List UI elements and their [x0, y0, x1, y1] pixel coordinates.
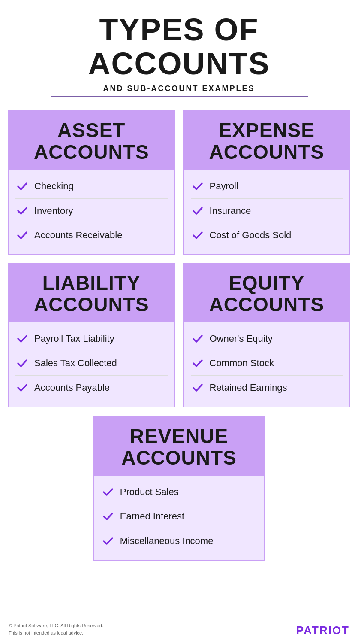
account-name: Earned Interest [120, 511, 184, 522]
list-item: Product Sales [101, 480, 257, 504]
account-name: Product Sales [120, 486, 179, 498]
list-item: Insurance [191, 199, 343, 223]
account-name: Payroll [210, 181, 238, 192]
card-expense: EXPENSEACCOUNTS Payroll Insurance Cost o… [183, 110, 351, 255]
account-name: Accounts Receivable [34, 230, 122, 241]
revenue-wrapper: REVENUEACCOUNTS Product Sales Earned Int… [90, 416, 269, 569]
card-header-equity: EQUITYACCOUNTS [184, 264, 350, 322]
account-name: Miscellaneous Income [120, 535, 214, 547]
checkmark-icon [191, 204, 205, 218]
footer-brand: PATRIOT [296, 624, 349, 637]
subtitle: AND SUB-ACCOUNT EXAMPLES [103, 84, 255, 93]
card-title-asset: ASSETACCOUNTS [15, 119, 168, 163]
accounts-grid: ASSETACCOUNTS Checking Inventory Account… [0, 101, 358, 416]
list-item: Miscellaneous Income [101, 529, 257, 553]
list-item: Checking [15, 174, 168, 199]
main-title: TYPES OF ACCOUNTS [9, 13, 349, 81]
card-body-liability: Payroll Tax Liability Sales Tax Collecte… [9, 322, 174, 407]
account-name: Cost of Goods Sold [210, 230, 292, 241]
account-name: Owner's Equity [210, 333, 273, 344]
list-item: Accounts Payable [15, 376, 168, 400]
footer: © Patriot Software, LLC. All Rights Rese… [0, 615, 358, 644]
checkmark-icon [15, 179, 29, 193]
account-name: Common Stock [210, 358, 274, 369]
list-item: Payroll Tax Liability [15, 327, 168, 351]
list-item: Accounts Receivable [15, 223, 168, 247]
list-item: Earned Interest [101, 504, 257, 529]
list-item: Owner's Equity [191, 327, 343, 351]
checkmark-icon [191, 356, 205, 370]
list-item: Common Stock [191, 351, 343, 376]
checkmark-icon [15, 204, 29, 218]
checkmark-icon [15, 228, 29, 242]
checkmark-icon [191, 179, 205, 193]
checkmark-icon [15, 356, 29, 370]
checkmark-icon [191, 332, 205, 346]
page-wrapper: TYPES OF ACCOUNTS AND SUB-ACCOUNT EXAMPL… [0, 0, 358, 644]
card-equity: EQUITYACCOUNTS Owner's Equity Common Sto… [183, 263, 351, 407]
checkmark-icon [191, 228, 205, 242]
card-header-liability: LIABILITYACCOUNTS [9, 264, 174, 322]
list-item: Inventory [15, 199, 168, 223]
card-body-expense: Payroll Insurance Cost of Goods Sold [184, 170, 350, 254]
subtitle-wrapper: AND SUB-ACCOUNT EXAMPLES [9, 84, 349, 97]
list-item: Retained Earnings [191, 376, 343, 400]
list-item: Sales Tax Collected [15, 351, 168, 376]
footer-copyright: © Patriot Software, LLC. All Rights Rese… [9, 622, 103, 637]
card-title-expense: EXPENSEACCOUNTS [191, 119, 343, 163]
card-liability: LIABILITYACCOUNTS Payroll Tax Liability … [8, 263, 175, 407]
checkmark-icon [15, 332, 29, 346]
account-name: Accounts Payable [34, 382, 110, 393]
header: TYPES OF ACCOUNTS AND SUB-ACCOUNT EXAMPL… [0, 0, 358, 101]
card-title-liability: LIABILITYACCOUNTS [15, 272, 168, 316]
card-header-asset: ASSETACCOUNTS [9, 111, 174, 170]
card-header-expense: EXPENSEACCOUNTS [184, 111, 350, 170]
card-header-revenue: REVENUEACCOUNTS [94, 417, 264, 476]
checkmark-icon [101, 510, 115, 523]
subtitle-line [51, 96, 308, 97]
card-body-equity: Owner's Equity Common Stock Retained Ear… [184, 322, 350, 407]
card-body-asset: Checking Inventory Accounts Receivable [9, 170, 174, 254]
account-name: Insurance [210, 205, 251, 216]
account-name: Retained Earnings [210, 382, 287, 393]
checkmark-icon [15, 381, 29, 395]
account-name: Checking [34, 181, 74, 192]
card-body-revenue: Product Sales Earned Interest Miscellane… [94, 476, 264, 560]
list-item: Cost of Goods Sold [191, 223, 343, 247]
account-name: Inventory [34, 205, 73, 216]
card-asset: ASSETACCOUNTS Checking Inventory Account… [8, 110, 175, 255]
checkmark-icon [101, 485, 115, 499]
card-revenue: REVENUEACCOUNTS Product Sales Earned Int… [93, 416, 265, 561]
checkmark-icon [191, 381, 205, 395]
card-title-revenue: REVENUEACCOUNTS [101, 425, 257, 469]
checkmark-icon [101, 534, 115, 548]
list-item: Payroll [191, 174, 343, 199]
card-title-equity: EQUITYACCOUNTS [191, 272, 343, 316]
account-name: Sales Tax Collected [34, 358, 117, 369]
account-name: Payroll Tax Liability [34, 333, 114, 344]
